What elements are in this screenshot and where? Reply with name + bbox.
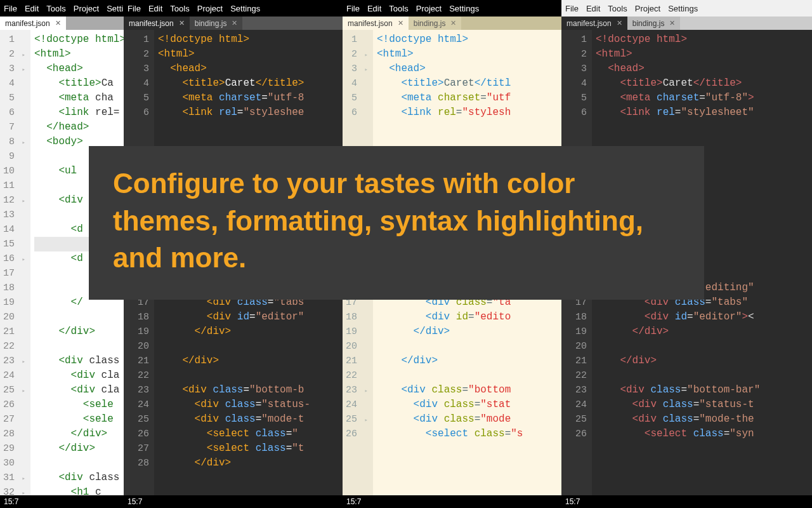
code-line[interactable]: <select class="t <box>158 441 343 456</box>
close-icon[interactable]: ✕ <box>179 19 185 27</box>
code-line[interactable] <box>596 120 812 135</box>
code-line[interactable]: </div> <box>158 324 343 339</box>
menu-settings[interactable]: Settings <box>230 4 260 13</box>
menu-project[interactable]: Project <box>74 4 99 13</box>
code-line[interactable]: <title>Caret</title> <box>158 76 343 91</box>
code-line[interactable]: <sele <box>34 398 124 412</box>
code-line[interactable]: <sele <box>34 412 124 427</box>
code-line[interactable]: <title>Caret</titl <box>377 76 561 91</box>
code-line[interactable]: </div> <box>377 354 561 368</box>
code-line[interactable]: <head> <box>377 62 561 76</box>
code-line[interactable]: <meta cha <box>34 91 124 105</box>
tab-binding-js[interactable]: binding.js✕ <box>627 17 681 30</box>
code-line[interactable]: <!doctype html> <box>596 32 812 47</box>
menu-project[interactable]: Project <box>416 4 442 13</box>
code-line[interactable] <box>34 310 124 324</box>
code-line[interactable]: <div id="editor">< <box>596 310 812 324</box>
code-line[interactable]: <div id="edito <box>377 310 561 324</box>
code-line[interactable] <box>377 120 561 135</box>
code-line[interactable]: <html> <box>377 47 561 62</box>
tab-manifest-json[interactable]: manifest.json✕ <box>124 17 190 30</box>
code-line[interactable]: <div class="status-t <box>596 398 812 412</box>
code-line[interactable]: <link rel="stylesheet" <box>596 105 812 120</box>
menu-file[interactable]: File <box>346 4 360 13</box>
code-line[interactable]: </div> <box>34 324 124 339</box>
code-line[interactable]: <h1 c <box>34 485 124 495</box>
code-line[interactable]: <div class="bottom-b <box>158 383 343 398</box>
code-line[interactable]: </div> <box>377 324 561 339</box>
code-line[interactable]: <html> <box>158 47 343 62</box>
code-line[interactable]: <link rel= <box>34 105 124 120</box>
code-line[interactable]: <select class="syn <box>596 427 812 441</box>
menu-edit[interactable]: Edit <box>148 4 162 13</box>
code-line[interactable]: <html> <box>596 47 812 62</box>
code-line[interactable]: <div class="bottom <box>377 383 561 398</box>
code-line[interactable]: <div id="editor" <box>158 310 343 324</box>
code-line[interactable] <box>34 339 124 354</box>
tab-manifest-json[interactable]: manifest.json✕ <box>343 17 409 30</box>
code-line[interactable]: <div class="mode-the <box>596 412 812 427</box>
code-line[interactable]: <link rel="stylesh <box>377 105 561 120</box>
code-line[interactable]: <head> <box>34 62 124 76</box>
code-line[interactable] <box>377 368 561 383</box>
close-icon[interactable]: ✕ <box>398 19 403 27</box>
code-line[interactable] <box>596 368 812 383</box>
code-line[interactable]: <div class="stat <box>377 398 561 412</box>
menu-file[interactable]: File <box>4 4 17 13</box>
code-line[interactable]: <meta charset="utf <box>377 91 561 105</box>
code-line[interactable] <box>596 339 812 354</box>
code-line[interactable]: </div> <box>596 324 812 339</box>
code-line[interactable]: <div cla <box>34 368 124 383</box>
code-line[interactable]: <meta charset="utf-8"> <box>596 91 812 105</box>
code-line[interactable]: <div class="status- <box>158 398 343 412</box>
close-icon[interactable]: ✕ <box>450 19 456 27</box>
menu-tools[interactable]: Tools <box>608 4 627 13</box>
close-icon[interactable]: ✕ <box>669 19 675 27</box>
tab-manifest-json[interactable]: manifest.json✕ <box>0 17 66 30</box>
menu-tools[interactable]: Tools <box>46 4 65 13</box>
menu-settings[interactable]: Settings <box>449 4 479 13</box>
code-line[interactable]: </div> <box>158 354 343 368</box>
code-line[interactable] <box>34 456 124 471</box>
code-line[interactable]: <!doctype html> <box>34 32 124 47</box>
code-line[interactable]: <div class <box>34 354 124 368</box>
code-line[interactable]: <div class="bottom-bar" <box>596 383 812 398</box>
menu-project[interactable]: Project <box>635 4 660 13</box>
menu-edit[interactable]: Edit <box>367 4 381 13</box>
code-line[interactable] <box>158 339 343 354</box>
tab-binding-js[interactable]: binding.js✕ <box>190 17 243 30</box>
code-line[interactable]: </div> <box>596 354 812 368</box>
menu-settings[interactable]: Settings <box>668 4 698 13</box>
code-line[interactable] <box>377 339 561 354</box>
code-line[interactable]: <head> <box>596 62 812 76</box>
menu-file[interactable]: File <box>128 4 141 13</box>
code-line[interactable]: </div> <box>158 456 343 471</box>
menu-project[interactable]: Project <box>197 4 223 13</box>
code-line[interactable]: <head> <box>158 62 343 76</box>
code-line[interactable]: <meta charset="utf-8 <box>158 91 343 105</box>
menu-tools[interactable]: Tools <box>389 4 408 13</box>
code-line[interactable]: <div class="mode-t <box>158 412 343 427</box>
code-line[interactable]: <select class="s <box>377 427 561 441</box>
close-icon[interactable]: ✕ <box>617 19 622 27</box>
tab-binding-js[interactable]: binding.js✕ <box>409 17 462 30</box>
menu-tools[interactable]: Tools <box>170 4 189 13</box>
code-line[interactable]: <title>Caret</title> <box>596 76 812 91</box>
menu-file[interactable]: File <box>565 4 579 13</box>
code-line[interactable]: <div cla <box>34 383 124 398</box>
menu-edit[interactable]: Edit <box>25 4 39 13</box>
menu-edit[interactable]: Edit <box>586 4 600 13</box>
code-line[interactable]: </div> <box>34 441 124 456</box>
menu-settings[interactable]: Settings <box>107 4 124 13</box>
code-line[interactable]: <html> <box>34 47 124 62</box>
code-line[interactable] <box>158 120 343 135</box>
code-line[interactable] <box>158 368 343 383</box>
code-line[interactable]: </head> <box>34 120 124 135</box>
code-line[interactable]: </div> <box>34 427 124 441</box>
code-line[interactable]: <!doctype html> <box>377 32 561 47</box>
code-line[interactable]: <select class=" <box>158 427 343 441</box>
code-line[interactable]: <div class="mode <box>377 412 561 427</box>
code-line[interactable]: <title>Ca <box>34 76 124 91</box>
close-icon[interactable]: ✕ <box>232 19 237 27</box>
code-line[interactable]: <!doctype html> <box>158 32 343 47</box>
